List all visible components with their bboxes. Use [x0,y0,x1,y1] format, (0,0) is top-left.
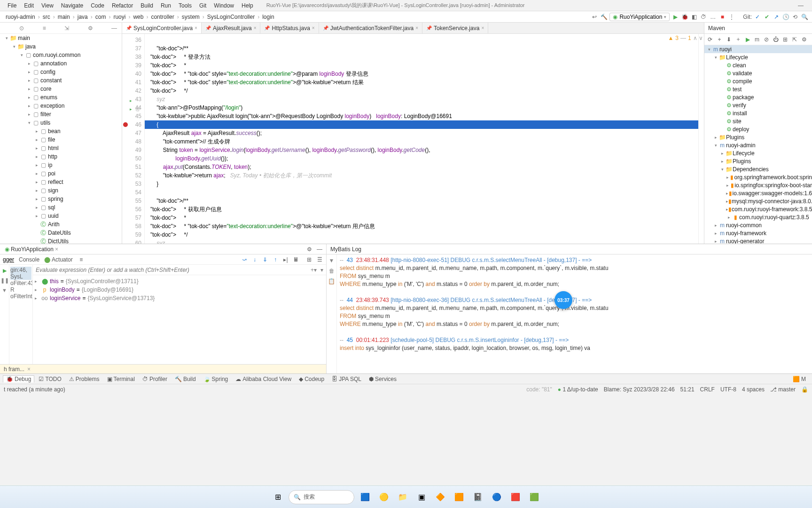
status-linesep[interactable]: CRLF [700,386,715,393]
tree-class[interactable]: ⒸDictUtils [0,237,122,244]
crumb-method[interactable]: login [260,14,276,20]
tool-problems[interactable]: ⚠ Problems [66,375,103,383]
vcs-update-icon[interactable]: ✓ [754,13,761,21]
tree-folder[interactable]: ▸▢bean [0,127,122,135]
maven-run-icon[interactable]: ▶ [744,36,751,43]
maven-download-icon[interactable]: ⬇ [725,36,733,43]
tree-folder[interactable]: ▾▢utils [0,119,122,127]
maven-collapse-icon[interactable]: ⇱ [791,36,798,43]
menu-file[interactable]: File [4,2,20,9]
tool-services[interactable]: ⬢ Services [366,375,400,383]
menu-run[interactable]: Run [157,2,175,9]
maven-node[interactable]: ▾📁Dependencies [704,165,812,173]
mybatis-log-view[interactable]: -- 43 23:48:31.448 [http-nio-8080-exec-5… [337,254,812,373]
debug-hide-icon[interactable]: — [316,246,323,253]
menu-code[interactable]: Code [87,2,108,9]
tree-folder[interactable]: ▾▢com.ruoyi.common [0,51,122,59]
threads-icon[interactable]: ≡ [78,256,85,263]
maven-node[interactable]: ⚙compile [704,77,812,85]
tree-folder[interactable]: ▸▢ip [0,161,122,169]
menu-refactor[interactable]: Refactor [108,2,137,9]
vcs-rollback-icon[interactable]: ⟲ [791,13,799,21]
status-blame[interactable]: Blame: Syz 2023/3/28 22:46 [604,386,675,393]
task-app3[interactable]: 📓 [470,489,486,505]
tree-folder[interactable]: ▸▢filter [0,110,122,119]
editor-tab[interactable]: 📌JwtAuthenticationTokenFilter.java× [319,23,422,33]
pause-icon[interactable]: ❚❚ [0,278,9,284]
maven-node[interactable]: ▸mruoyi-framework [704,229,812,237]
crumb[interactable]: src [41,14,52,20]
tool-debug[interactable]: 🐞 Debug [3,375,34,382]
tool-jpasql[interactable]: 🗄 JPA SQL [328,375,365,383]
lock-icon[interactable]: 🔒 [801,386,808,393]
editor-tab[interactable]: 📌AjaxResult.java× [202,23,261,33]
maven-node[interactable]: ⚙test [704,85,812,93]
maven-node[interactable]: ▸▮org.springframework.boot:sprin [704,173,812,181]
menu-view[interactable]: View [38,2,57,9]
crumb[interactable]: com [94,14,108,20]
tree-class[interactable]: ⒸDateUtils [0,229,122,237]
view-as-icon[interactable]: ⊞ [305,256,313,263]
tool-alibaba[interactable]: ☁ Alibaba Cloud View [232,375,295,383]
maven-node[interactable]: ▸▮mysql:mysql-connector-java:8.0. [704,197,812,205]
tree-folder[interactable]: ▸▢constant [0,76,122,85]
tree-folder[interactable]: ▾📁java [0,42,122,51]
tool-build[interactable]: 🔨 Build [172,375,199,383]
frames-panel[interactable]: gin:46, SysL oFilter:43, R oFilterIntern [9,265,33,364]
more-run-icon[interactable]: ⋮ [728,13,735,21]
crumb[interactable]: system [180,14,202,20]
maven-node[interactable]: ⚙install [704,109,812,117]
variable-row[interactable]: ▸p loginBody = {LoginBody@16691} [35,286,324,294]
editor-tab[interactable]: 📌TokenService.java× [422,23,488,33]
tool-todo[interactable]: ☑ TODO [35,375,64,383]
crumb-class[interactable]: SysLoginController [205,14,257,20]
maven-node[interactable]: ▾mruoyi-admin [704,141,812,149]
task-app5[interactable]: 🟩 [526,489,542,505]
task-app1[interactable]: ▣ [414,489,429,505]
tree-folder[interactable]: ▸▢file [0,135,122,144]
run-icon[interactable]: ▶ [671,13,679,21]
vcs-commit-icon[interactable]: ✔ [763,13,771,21]
step-into-icon[interactable]: ↓ [251,256,258,263]
editor-tab[interactable]: 📌HttpStatus.java× [260,23,319,33]
log-filter-icon[interactable]: ▼ [329,257,335,264]
menu-tools[interactable]: Tools [175,2,195,9]
maven-node[interactable]: ▸▮io.springfox:springfox-boot-star [704,181,812,189]
status-branch[interactable]: ⎇ master [770,386,796,393]
maven-node[interactable]: ▸📁Plugins [704,133,812,141]
maven-node[interactable]: ⚙clean [704,61,812,69]
status-encoding[interactable]: UTF-8 [720,386,736,393]
run-configuration-selector[interactable]: ◉ RuoYiApplication ▾ [609,13,670,21]
step-over-icon[interactable]: ⤻ [241,256,248,263]
tree-folder[interactable]: ▸▢spring [0,195,122,203]
debug-run-config-tab[interactable]: ◉RuoYiApplication × [3,246,60,253]
tree-folder[interactable]: ▾📁main [0,34,122,42]
tree-folder[interactable]: ▸▢sql [0,203,122,212]
attach-icon[interactable]: … [709,13,717,21]
evaluate-icon[interactable]: 🖩 [292,256,300,263]
maven-node[interactable]: ▾mruoyi [704,45,812,53]
editor-tab[interactable]: 📌SysLoginController.java× [122,23,202,33]
collapse-all-icon[interactable]: ≡ [41,25,48,32]
tree-folder[interactable]: ▸▢exception [0,102,122,110]
debug-settings-icon[interactable]: ⚙ [305,246,313,253]
tree-folder[interactable]: ▸▢config [0,68,122,76]
task-wps[interactable]: 🔶 [432,489,448,505]
floating-timer-bubble[interactable]: 03:37 [554,291,572,309]
profile-icon[interactable]: ⏱ [700,13,707,21]
task-explorer[interactable]: 📁 [395,489,411,505]
crumb[interactable]: web [131,14,145,20]
expand-all-icon[interactable]: ⇲ [62,25,71,32]
crumb[interactable]: main [56,14,72,20]
tree-folder[interactable]: ▸▢reflect [0,178,122,186]
variable-row[interactable]: ▸oo loginService = {SysLoginService@1371… [35,294,324,302]
tab-debugger[interactable]: gger [3,256,14,263]
maven-skip-tests-icon[interactable]: ⊘ [763,36,770,43]
tool-profiler[interactable]: ⏱ Profiler [139,375,171,383]
tree-folder[interactable]: ▸▢annotation [0,59,122,68]
maven-node[interactable]: ▾📁Lifecycle [704,53,812,61]
tree-folder[interactable]: ▸▢http [0,152,122,161]
task-intellij[interactable]: 🟥 [508,489,523,505]
maven-show-icon[interactable]: ⊞ [781,36,789,43]
crumb[interactable]: ruoyi-admin [4,14,37,20]
